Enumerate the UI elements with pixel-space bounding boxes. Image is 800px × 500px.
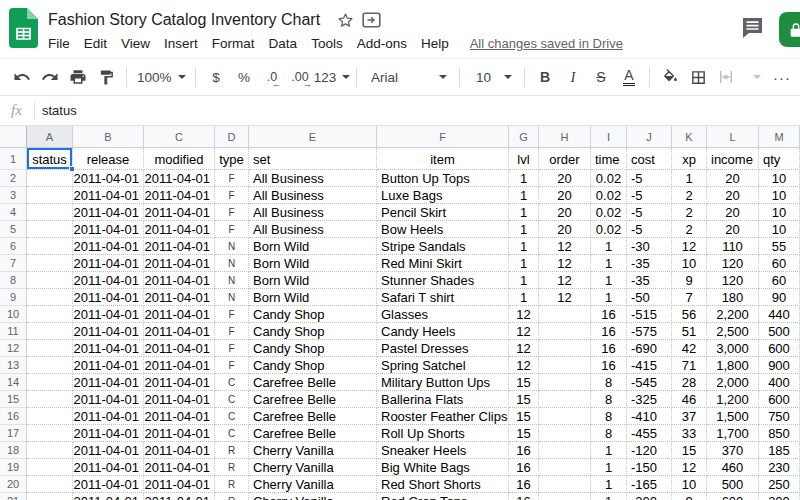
cell-M8[interactable]: 60: [759, 272, 800, 289]
row-header-8[interactable]: 8: [0, 272, 27, 289]
cell-C2[interactable]: 2011-04-01: [144, 170, 215, 187]
row-header-16[interactable]: 16: [0, 408, 27, 425]
cell-G3[interactable]: 1: [509, 187, 539, 204]
cell-C8[interactable]: 2011-04-01: [144, 272, 215, 289]
sheets-logo-icon[interactable]: [9, 8, 38, 52]
column-header-A[interactable]: A: [27, 126, 73, 148]
cell-E21[interactable]: Cherry Vanilla: [249, 493, 377, 500]
cell-D8[interactable]: N: [215, 272, 249, 289]
row-header-9[interactable]: 9: [0, 289, 27, 306]
cell-A18[interactable]: [27, 442, 73, 459]
cell-H14[interactable]: [539, 374, 591, 391]
cell-D9[interactable]: N: [215, 289, 249, 306]
cell-C7[interactable]: 2011-04-01: [144, 255, 215, 272]
cell-G11[interactable]: 12: [509, 323, 539, 340]
cell-E1[interactable]: set: [249, 148, 377, 170]
cell-L13[interactable]: 1,800: [707, 357, 759, 374]
cell-A8[interactable]: [27, 272, 73, 289]
undo-button[interactable]: [8, 64, 36, 90]
menu-format[interactable]: Format: [205, 34, 262, 53]
cell-L16[interactable]: 1,500: [707, 408, 759, 425]
cell-F9[interactable]: Safari T shirt: [377, 289, 509, 306]
cell-M6[interactable]: 55: [759, 238, 800, 255]
cell-M7[interactable]: 60: [759, 255, 800, 272]
cell-A13[interactable]: [27, 357, 73, 374]
fill-color-button[interactable]: [656, 64, 684, 90]
cell-M20[interactable]: 250: [759, 476, 800, 493]
cell-C20[interactable]: 2011-04-01: [144, 476, 215, 493]
cell-K20[interactable]: 10: [672, 476, 707, 493]
cell-C15[interactable]: 2011-04-01: [144, 391, 215, 408]
cell-J19[interactable]: -150: [627, 459, 672, 476]
cell-M19[interactable]: 230: [759, 459, 800, 476]
cell-E12[interactable]: Candy Shop: [249, 340, 377, 357]
cell-I17[interactable]: 8: [591, 425, 627, 442]
cell-K6[interactable]: 12: [672, 238, 707, 255]
column-header-C[interactable]: C: [144, 126, 215, 148]
cell-B11[interactable]: 2011-04-01: [73, 323, 144, 340]
row-header-14[interactable]: 14: [0, 374, 27, 391]
cell-I5[interactable]: 0.02: [591, 221, 627, 238]
cell-B4[interactable]: 2011-04-01: [73, 204, 144, 221]
merge-cells-dropdown[interactable]: [740, 64, 768, 90]
cell-M16[interactable]: 750: [759, 408, 800, 425]
cell-E8[interactable]: Born Wild: [249, 272, 377, 289]
cell-M2[interactable]: 10: [759, 170, 800, 187]
cell-F14[interactable]: Military Button Ups: [377, 374, 509, 391]
cell-F13[interactable]: Spring Satchel: [377, 357, 509, 374]
cell-K2[interactable]: 1: [672, 170, 707, 187]
cell-G16[interactable]: 15: [509, 408, 539, 425]
format-currency-button[interactable]: $: [202, 64, 230, 90]
format-percent-button[interactable]: %: [230, 64, 258, 90]
cell-C19[interactable]: 2011-04-01: [144, 459, 215, 476]
cell-C12[interactable]: 2011-04-01: [144, 340, 215, 357]
column-header-J[interactable]: J: [627, 126, 672, 148]
menu-edit[interactable]: Edit: [77, 34, 114, 53]
cell-J12[interactable]: -690: [627, 340, 672, 357]
cell-B16[interactable]: 2011-04-01: [73, 408, 144, 425]
row-header-17[interactable]: 17: [0, 425, 27, 442]
cell-A21[interactable]: [27, 493, 73, 500]
cell-D3[interactable]: F: [215, 187, 249, 204]
cell-A16[interactable]: [27, 408, 73, 425]
cell-E18[interactable]: Cherry Vanilla: [249, 442, 377, 459]
cell-H5[interactable]: 20: [539, 221, 591, 238]
fill-handle[interactable]: [69, 166, 75, 172]
menu-file[interactable]: File: [41, 34, 77, 53]
cell-G17[interactable]: 15: [509, 425, 539, 442]
cell-K4[interactable]: 2: [672, 204, 707, 221]
menu-view[interactable]: View: [114, 34, 157, 53]
cell-H20[interactable]: [539, 476, 591, 493]
cell-K15[interactable]: 46: [672, 391, 707, 408]
cell-F18[interactable]: Sneaker Heels: [377, 442, 509, 459]
cell-J2[interactable]: -5: [627, 170, 672, 187]
cell-B18[interactable]: 2011-04-01: [73, 442, 144, 459]
cell-L11[interactable]: 2,500: [707, 323, 759, 340]
cell-F15[interactable]: Ballerina Flats: [377, 391, 509, 408]
cell-E6[interactable]: Born Wild: [249, 238, 377, 255]
column-header-F[interactable]: F: [377, 126, 509, 148]
menu-data[interactable]: Data: [262, 34, 305, 53]
cell-D5[interactable]: F: [215, 221, 249, 238]
font-family-select[interactable]: Arial: [363, 64, 453, 90]
cell-K1[interactable]: xp: [672, 148, 707, 170]
cell-J18[interactable]: -120: [627, 442, 672, 459]
cell-E11[interactable]: Candy Shop: [249, 323, 377, 340]
cell-J9[interactable]: -50: [627, 289, 672, 306]
cell-C6[interactable]: 2011-04-01: [144, 238, 215, 255]
cell-J8[interactable]: -35: [627, 272, 672, 289]
cell-M5[interactable]: 10: [759, 221, 800, 238]
row-header-13[interactable]: 13: [0, 357, 27, 374]
cell-H13[interactable]: [539, 357, 591, 374]
row-header-19[interactable]: 19: [0, 459, 27, 476]
cell-I11[interactable]: 16: [591, 323, 627, 340]
cell-L6[interactable]: 110: [707, 238, 759, 255]
cell-G20[interactable]: 16: [509, 476, 539, 493]
cell-B6[interactable]: 2011-04-01: [73, 238, 144, 255]
cell-D12[interactable]: F: [215, 340, 249, 357]
cell-E16[interactable]: Carefree Belle: [249, 408, 377, 425]
cell-K9[interactable]: 7: [672, 289, 707, 306]
cell-K10[interactable]: 56: [672, 306, 707, 323]
cell-G19[interactable]: 16: [509, 459, 539, 476]
cell-A11[interactable]: [27, 323, 73, 340]
